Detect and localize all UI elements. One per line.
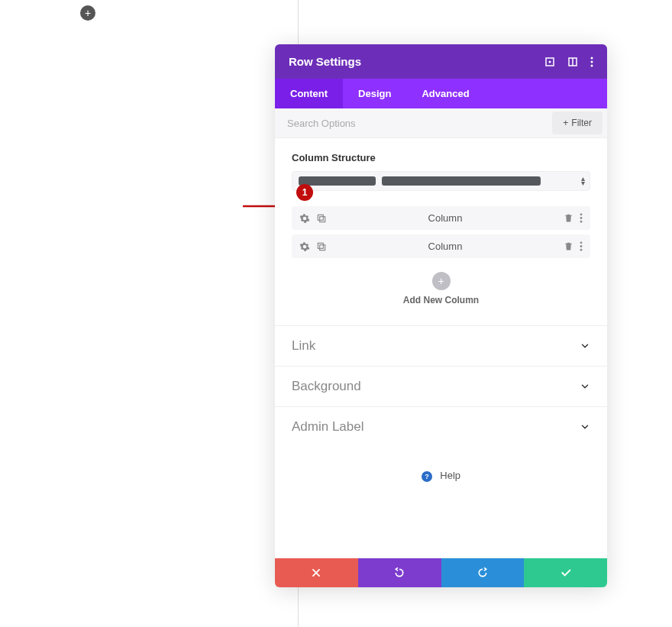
chevron-down-icon [580,422,590,432]
header-icons [544,57,593,67]
svg-point-6 [591,57,593,59]
plus-icon: + [85,7,91,19]
svg-point-11 [580,213,583,215]
add-section-button[interactable]: + [80,5,95,21]
svg-rect-14 [318,243,323,248]
filter-label: Filter [571,118,592,128]
svg-point-13 [580,221,583,223]
svg-rect-15 [320,244,325,250]
chevron-down-icon [580,381,590,392]
chevron-down-icon [580,341,590,351]
svg-point-3 [549,60,551,63]
gear-icon[interactable] [299,213,310,224]
accordion-background[interactable]: Background [275,366,607,406]
svg-point-17 [580,245,583,247]
column-structure-picker[interactable]: ▴▾ [292,171,590,191]
tabs: Content Design Advanced [275,79,607,108]
column-label: Column [327,241,564,252]
help-icon: ? [422,471,432,482]
svg-rect-10 [320,216,325,221]
column-segment [382,176,541,186]
help-row[interactable]: ? Help [275,447,607,558]
duplicate-icon[interactable] [316,213,327,224]
tab-advanced[interactable]: Advanced [406,79,484,108]
modal-header: Row Settings [275,44,607,79]
svg-rect-9 [318,215,323,220]
column-row: Column [292,234,590,258]
add-column-button[interactable]: + [432,272,451,290]
help-label: Help [440,470,460,481]
save-button[interactable] [524,558,607,587]
svg-point-12 [580,217,583,219]
row-settings-modal: Row Settings Content Design Advanced + F… [275,44,607,587]
content-body: Column Structure ▴▾ Column [275,138,607,325]
svg-point-7 [591,60,593,63]
accordion-link[interactable]: Link [275,325,607,366]
cancel-button[interactable] [275,558,358,587]
tab-content[interactable]: Content [275,79,343,108]
expand-icon[interactable] [544,57,555,67]
accordion-title: Admin Label [292,419,364,435]
more-icon[interactable] [580,241,583,251]
select-indicator-icon: ▴▾ [581,176,585,186]
modal-title: Row Settings [289,55,361,68]
column-label: Column [327,212,564,224]
add-column: + Add New Column [292,263,590,319]
tab-design[interactable]: Design [343,79,406,108]
column-segment [299,176,376,186]
accordion-title: Link [292,338,315,354]
svg-point-16 [580,241,583,244]
undo-button[interactable] [358,558,441,587]
close-icon [311,567,321,578]
add-column-label: Add New Column [292,295,590,305]
column-structure-label: Column Structure [292,152,590,163]
column-row: Column [292,206,590,230]
annotation-badge-1: 1 [296,184,313,201]
undo-icon [393,567,405,579]
check-icon [560,567,572,579]
accordion-admin-label[interactable]: Admin Label [275,406,607,447]
filter-button[interactable]: + Filter [552,112,603,134]
snap-icon[interactable] [567,57,578,67]
redo-button[interactable] [441,558,525,587]
more-icon[interactable] [590,57,593,67]
trash-icon[interactable] [564,241,573,251]
redo-icon [477,567,489,579]
duplicate-icon[interactable] [316,241,327,252]
more-icon[interactable] [580,213,583,223]
svg-point-18 [580,249,583,251]
search-input[interactable] [275,110,548,137]
plus-icon: + [563,118,568,128]
trash-icon[interactable] [564,213,573,223]
accordion-title: Background [292,379,361,394]
modal-footer [275,558,607,587]
search-row: + Filter [275,108,607,138]
svg-point-8 [591,64,593,66]
gear-icon[interactable] [299,241,310,252]
